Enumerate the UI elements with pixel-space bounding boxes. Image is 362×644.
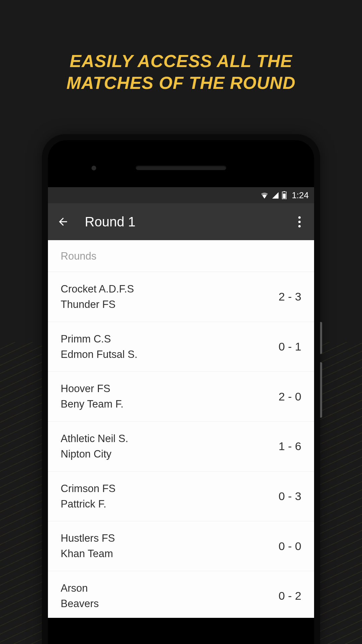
back-button[interactable] <box>55 213 71 230</box>
home-team: Crocket A.D.F.S <box>61 282 134 296</box>
home-team: Athletic Neil S. <box>61 432 128 446</box>
content-area: Rounds Crocket A.D.F.SThunder FS2 - 3Pri… <box>48 240 314 618</box>
match-teams: Hustlers FSKhan Team <box>61 531 115 561</box>
phone-speaker <box>136 165 226 170</box>
match-row[interactable]: Crocket A.D.F.SThunder FS2 - 3 <box>48 272 314 322</box>
match-teams: Athletic Neil S.Nipton City <box>61 432 128 461</box>
home-team: Hoover FS <box>61 382 123 396</box>
match-teams: Primm C.SEdmon Futsal S. <box>61 332 137 362</box>
match-score: 0 - 2 <box>279 589 301 602</box>
page-title: Round 1 <box>85 214 135 229</box>
home-team: Arson <box>61 581 99 595</box>
phone-mockup-frame: 1:24 Round 1 Rounds Crocket A. <box>42 134 320 644</box>
match-teams: Hoover FSBeny Team F. <box>61 382 123 411</box>
match-score: 0 - 0 <box>279 540 301 553</box>
more-vert-icon <box>298 216 301 219</box>
more-options-button[interactable] <box>293 213 306 230</box>
more-vert-icon <box>298 221 301 223</box>
match-row[interactable]: Hustlers FSKhan Team0 - 0 <box>48 521 314 571</box>
match-score: 0 - 1 <box>279 340 301 353</box>
match-teams: ArsonBeavers <box>61 581 99 611</box>
app-bar: Round 1 <box>48 203 314 240</box>
wifi-icon <box>260 192 269 199</box>
arrow-back-icon <box>57 216 69 228</box>
match-score: 0 - 3 <box>279 490 301 503</box>
home-team: Hustlers FS <box>61 531 115 545</box>
section-header: Rounds <box>48 240 314 272</box>
match-row[interactable]: Hoover FSBeny Team F.2 - 0 <box>48 372 314 422</box>
away-team: Beny Team F. <box>61 397 123 411</box>
home-team: Crimson FS <box>61 482 116 496</box>
away-team: Thunder FS <box>61 298 134 312</box>
cellular-signal-icon <box>272 192 279 199</box>
more-vert-icon <box>298 225 301 227</box>
match-row[interactable]: Athletic Neil S.Nipton City1 - 6 <box>48 422 314 472</box>
phone-camera <box>92 166 96 170</box>
match-row[interactable]: Primm C.SEdmon Futsal S.0 - 1 <box>48 322 314 372</box>
matches-list: Crocket A.D.F.SThunder FS2 - 3Primm C.SE… <box>48 272 314 618</box>
phone-side-button <box>320 362 322 418</box>
home-team: Primm C.S <box>61 332 137 346</box>
match-row[interactable]: ArsonBeavers0 - 2 <box>48 571 314 618</box>
away-team: Nipton City <box>61 447 128 461</box>
match-score: 2 - 0 <box>279 390 301 403</box>
match-score: 2 - 3 <box>279 290 301 303</box>
status-bar: 1:24 <box>48 187 314 203</box>
phone-side-button <box>320 322 322 354</box>
match-score: 1 - 6 <box>279 440 301 453</box>
phone-screen: 1:24 Round 1 Rounds Crocket A. <box>48 187 314 618</box>
away-team: Edmon Futsal S. <box>61 347 137 362</box>
battery-icon <box>282 191 287 199</box>
match-teams: Crimson FSPattrick F. <box>61 482 116 511</box>
svg-rect-2 <box>283 194 286 199</box>
phone-inner: 1:24 Round 1 Rounds Crocket A. <box>48 140 314 644</box>
away-team: Pattrick F. <box>61 497 116 511</box>
marketing-headline: EASILY ACCESS ALL THE MATCHES OF THE ROU… <box>0 50 362 94</box>
match-teams: Crocket A.D.F.SThunder FS <box>61 282 134 312</box>
away-team: Beavers <box>61 597 99 611</box>
status-time: 1:24 <box>292 190 309 201</box>
away-team: Khan Team <box>61 547 115 561</box>
match-row[interactable]: Crimson FSPattrick F.0 - 3 <box>48 472 314 522</box>
